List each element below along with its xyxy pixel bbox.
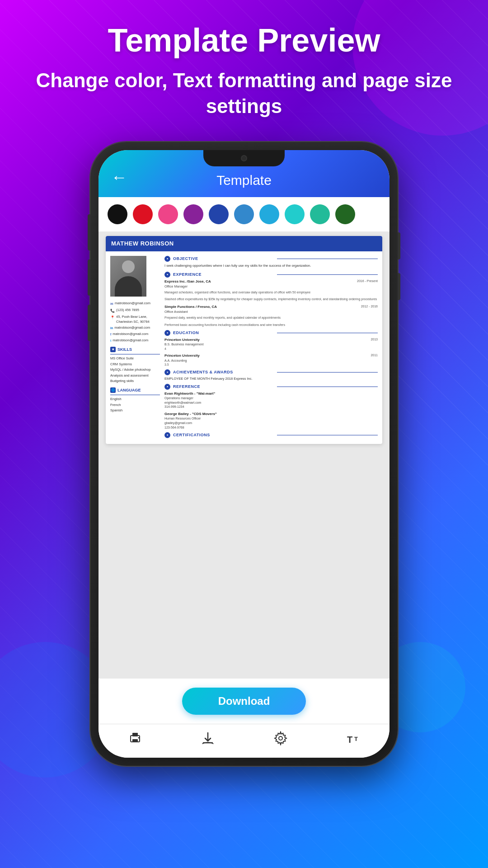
svg-point-4: [279, 736, 282, 740]
skill-4: Analysis and assessment: [110, 373, 160, 378]
contact-email: ✉ matrobison@gmail.com: [110, 301, 160, 307]
power-button[interactable]: [398, 232, 400, 259]
ref-phone-1: 314-999-1234: [164, 405, 378, 409]
phone-mockup: ← Template: [0, 142, 488, 766]
exp-company-3: Simple Functions / Fresno, CA: [164, 304, 217, 309]
certifications-header: ● CERTIFICATIONS: [164, 432, 378, 438]
skills-title: SKILLS: [117, 347, 132, 353]
objective-icon: ●: [164, 256, 170, 262]
phone-frame: ← Template: [90, 142, 398, 766]
education-title: EDUCATION: [173, 330, 274, 336]
achievements-line: [277, 372, 378, 373]
color-swatch-dark-blue[interactable]: [209, 204, 229, 224]
experience-title: EXPERIENCE: [173, 272, 274, 278]
achievements-header: ● ACHIEVEMENTS & AWARDS: [164, 369, 378, 375]
color-swatch-pink[interactable]: [158, 204, 178, 224]
color-swatch-cyan[interactable]: [285, 204, 305, 224]
edu-title-row-1: Princeton University 2013: [164, 337, 378, 342]
color-swatch-teal[interactable]: [310, 204, 330, 224]
print-nav-icon[interactable]: [127, 730, 144, 747]
ref-role-1: Operations manager: [164, 396, 378, 401]
resume-body: ✉ matrobison@gmail.com 📞 (123) 456 7895 …: [106, 251, 382, 444]
silent-button[interactable]: [88, 214, 90, 250]
color-swatch-green[interactable]: [335, 204, 355, 224]
svg-rect-2: [132, 739, 138, 742]
education-header: ● EDUCATION: [164, 330, 378, 336]
resume-preview-area: MATHEW ROBINSON ✉ matrobison@gmail.com: [99, 231, 389, 679]
exp-date-3: 2012 - 2016: [361, 304, 378, 309]
volume-up-button[interactable]: [88, 259, 90, 296]
exp-entry-2: Slashed office expenditures by $35k by n…: [164, 297, 378, 302]
volume-down-left-button[interactable]: [88, 305, 90, 341]
certifications-title: CERTIFICATIONS: [173, 432, 274, 438]
front-camera: [241, 155, 247, 161]
color-swatch-purple[interactable]: [183, 204, 203, 224]
settings-nav-icon[interactable]: [272, 730, 289, 747]
text-size-nav-icon[interactable]: T T: [345, 730, 362, 747]
reference-header: ● REFERENCE: [164, 384, 378, 390]
edu-degree-1: B.S. Business management: [164, 342, 378, 347]
email-icon: ✉: [110, 302, 113, 307]
edu-degree-2: A.A. Accounting: [164, 359, 378, 363]
exp-desc-3: Prepared daily, weekly and monthly repor…: [164, 316, 378, 320]
skills-icon: ★: [110, 347, 116, 352]
edu-entry-1: Princeton University 2013 B.S. Business …: [164, 337, 378, 351]
exp-date-1: 2016 - Present: [357, 279, 378, 284]
edu-school-2: Princeton University: [164, 353, 200, 358]
color-swatch-red[interactable]: [133, 204, 153, 224]
color-swatch-black[interactable]: [108, 204, 127, 224]
ref-email-2: gbailey@gmail.com: [164, 421, 378, 425]
exp-company-1: Express Inc. /San Jose, CA: [164, 279, 211, 284]
volume-down-button[interactable]: [398, 273, 400, 300]
education-icon: ●: [164, 330, 170, 336]
resume-left-column: ✉ matrobison@gmail.com 📞 (123) 456 7895 …: [110, 256, 160, 439]
skills-header: ★ SKILLS: [110, 347, 160, 353]
objective-text: I seek challenging opportunities where I…: [164, 263, 378, 268]
contact-phone: 📞 (123) 456 7895: [110, 308, 160, 313]
color-swatch-sky-blue[interactable]: [259, 204, 279, 224]
linkedin-icon: in: [110, 326, 113, 330]
edu-title-row-2: Princeton University 2011: [164, 353, 378, 358]
exp-role-1: Office Manager: [164, 284, 378, 289]
exp-entry-1: Express Inc. /San Jose, CA 2016 - Presen…: [164, 279, 378, 294]
edu-year-1: 2013: [371, 337, 378, 342]
email-value: matrobison@gmail.com: [115, 301, 150, 306]
exp-desc-1: Managed schedules, organised office func…: [164, 290, 378, 295]
download-nav-icon[interactable]: [199, 730, 216, 747]
edu-entry-2: Princeton University 2011 A.A. Accountin…: [164, 353, 378, 367]
app-screen: ← Template: [99, 150, 389, 758]
skills-divider: [110, 354, 160, 354]
exp-entry-4: Performed basic accounting functions inc…: [164, 323, 378, 327]
page-subtitle: Change color, Text formatting and page s…: [27, 67, 461, 119]
bottom-nav: T T: [99, 724, 389, 758]
phone-screen: ← Template: [99, 150, 389, 758]
download-area: Download: [99, 679, 389, 724]
exp-desc-4: Performed basic accounting functions inc…: [164, 323, 378, 327]
experience-header: ● EXPERIENCE: [164, 272, 378, 278]
contact-facebook: f matrobison@gmail.com: [110, 332, 160, 337]
objective-line: [277, 259, 378, 259]
experience-icon: ●: [164, 272, 170, 278]
download-button[interactable]: Download: [182, 688, 306, 715]
edu-gpa-2: 3.5: [164, 363, 378, 367]
contact-address: 📍 45, Pooh Bear Lane, Charleston SC, 907…: [110, 315, 160, 324]
reference-line: [277, 387, 378, 387]
contact-linkedin: in matrobison@gmail.com: [110, 326, 160, 330]
lang-2: French: [110, 403, 160, 408]
page-title: Template Preview: [27, 23, 461, 58]
back-button[interactable]: ←: [111, 168, 127, 187]
lang-3: Spanish: [110, 408, 160, 413]
lang-1: English: [110, 397, 160, 402]
edu-year-2: 2011: [371, 353, 378, 358]
color-swatch-blue[interactable]: [234, 204, 254, 224]
skill-5: Budgeting skills: [110, 379, 160, 384]
ref-entry-1: Evan Rightworth - "Wal-mart" Operations …: [164, 391, 378, 410]
twitter-icon: t: [110, 339, 111, 343]
language-icon: 🌐: [110, 387, 116, 393]
resume-card: MATHEW ROBINSON ✉ matrobison@gmail.com: [106, 236, 382, 444]
phone-value: (123) 456 7895: [116, 308, 139, 313]
svg-rect-1: [132, 733, 138, 736]
education-line: [277, 333, 378, 333]
exp-role-3: Office Assistant: [164, 310, 378, 315]
achievements-title: ACHIEVEMENTS & AWARDS: [173, 369, 274, 375]
